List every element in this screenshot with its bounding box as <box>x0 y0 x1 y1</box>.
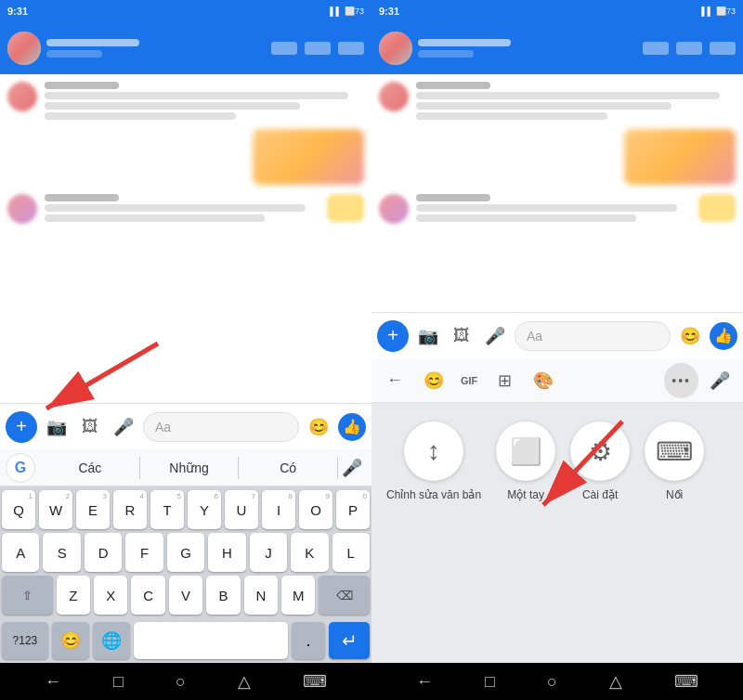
key-x[interactable]: X <box>94 576 127 615</box>
gboard-back-button[interactable]: ← <box>377 363 412 398</box>
camera-button[interactable]: 📷 <box>43 413 71 441</box>
key-r[interactable]: R4 <box>113 490 147 529</box>
camera-icon: 📷 <box>46 417 67 437</box>
camera-button-right[interactable]: 📷 <box>414 322 442 350</box>
key-k[interactable]: K <box>291 533 328 572</box>
nav-circle-right[interactable]: ○ <box>547 672 557 692</box>
emoji-button-right[interactable]: 😊 <box>676 322 704 350</box>
chat-bubble-r1 <box>416 82 736 120</box>
gboard-translate-button[interactable]: ⊞ <box>487 363 522 398</box>
image-button-right[interactable]: 🖼 <box>448 322 476 350</box>
connect-icon: ⌨ <box>645 421 704 481</box>
keyboard-row-2: A S D F G H J K L <box>2 533 370 572</box>
menu-item-connect[interactable]: ⌨ Nối <box>645 421 704 501</box>
chat-avatar-2 <box>7 194 37 224</box>
chat-image <box>253 129 364 185</box>
key-i[interactable]: I8 <box>262 490 295 529</box>
like-button-right[interactable]: 👍 <box>710 322 737 350</box>
mic-button-left[interactable]: 🎤 <box>110 413 137 441</box>
key-b[interactable]: B <box>206 576 240 615</box>
chat-avatar-r3 <box>379 194 409 224</box>
connect-label: Nối <box>666 488 683 501</box>
suggestion-word-1[interactable]: Các <box>41 457 140 479</box>
nav-triangle-right[interactable]: △ <box>609 671 622 692</box>
key-n[interactable]: N <box>244 576 278 615</box>
key-p[interactable]: P0 <box>336 490 370 529</box>
status-time: 9:31 <box>7 6 28 17</box>
suggestion-mic-icon[interactable]: 🎤 <box>338 454 366 482</box>
gboard-gif-button[interactable]: GIF <box>455 371 483 390</box>
edit-text-icon: ↕ <box>404 421 463 481</box>
header-text-right <box>418 39 637 58</box>
key-shift[interactable]: ⇧ <box>2 576 53 615</box>
menu-item-one-hand[interactable]: ⬜ Một tay <box>496 421 555 501</box>
key-globe[interactable]: 🌐 <box>93 622 130 659</box>
nav-back[interactable]: ← <box>45 672 61 692</box>
key-h[interactable]: H <box>208 533 245 572</box>
menu-item-edit-text[interactable]: ↕ Chỉnh sửa văn bản <box>386 421 481 501</box>
key-z[interactable]: Z <box>57 576 90 615</box>
menu-item-settings[interactable]: ⚙ Cài đặt <box>570 421 630 501</box>
emoji-button[interactable]: 😊 <box>305 413 332 441</box>
key-space[interactable] <box>134 622 288 659</box>
battery-icon-right: ⬜73 <box>716 6 736 16</box>
nav-keyboard-right[interactable]: ⌨ <box>674 671 698 692</box>
chat-bubble <box>45 82 364 120</box>
like-icon: 👍 <box>343 418 361 435</box>
suggestion-word-2[interactable]: Những <box>140 457 240 479</box>
gboard-menu-grid: ↕ Chỉnh sửa văn bản ⬜ Một tay ⚙ Cài đặt … <box>386 421 728 501</box>
message-input[interactable]: Aa <box>143 412 299 442</box>
key-u[interactable]: U7 <box>225 490 258 529</box>
nav-triangle[interactable]: △ <box>238 671 251 692</box>
chat-message-2 <box>7 194 364 224</box>
key-e[interactable]: E3 <box>76 490 110 529</box>
gboard-emoji-button[interactable]: 😊 <box>416 363 451 398</box>
plus-button[interactable]: + <box>6 411 37 443</box>
key-a[interactable]: A <box>2 533 39 572</box>
key-d[interactable]: D <box>85 533 122 572</box>
image-button[interactable]: 🖼 <box>76 413 104 441</box>
suggestion-word-3[interactable]: Có <box>239 457 338 479</box>
keyboard: Q1 W2 E3 R4 T5 Y6 U7 I8 O9 P0 A S D F G … <box>0 486 372 622</box>
nav-back-right[interactable]: ← <box>416 672 433 692</box>
chat-message <box>7 82 364 120</box>
key-emoji-bottom[interactable]: 😊 <box>52 622 89 659</box>
key-v[interactable]: V <box>169 576 202 615</box>
plus-button-right[interactable]: + <box>377 320 409 352</box>
status-bar-right: 9:31 ▌▌ ⬜73 <box>372 0 743 22</box>
key-o[interactable]: O9 <box>299 490 332 529</box>
key-w[interactable]: W2 <box>39 490 72 529</box>
key-f[interactable]: F <box>125 533 163 572</box>
key-y[interactable]: Y6 <box>188 490 221 529</box>
nav-keyboard[interactable]: ⌨ <box>303 671 327 692</box>
nav-square-right[interactable]: □ <box>485 672 495 692</box>
gboard-palette-button[interactable]: 🎨 <box>526 363 561 398</box>
key-backspace[interactable]: ⌫ <box>319 576 370 615</box>
battery-icon: ⬜73 <box>345 6 364 16</box>
nav-bar-right: ← □ ○ △ ⌨ <box>372 663 743 700</box>
chat-message-right <box>7 129 364 185</box>
key-s[interactable]: S <box>43 533 80 572</box>
chat-avatar <box>7 82 37 111</box>
like-button[interactable]: 👍 <box>338 413 366 441</box>
input-placeholder: Aa <box>155 420 171 434</box>
gboard-mic-button[interactable]: 🎤 <box>702 363 737 398</box>
key-t[interactable]: T5 <box>150 490 184 529</box>
key-l[interactable]: L <box>332 533 370 572</box>
key-123[interactable]: ?123 <box>2 622 48 659</box>
key-j[interactable]: J <box>250 533 287 572</box>
key-g[interactable]: G <box>167 533 204 572</box>
gboard-more-button[interactable]: ••• <box>664 363 698 398</box>
nav-circle[interactable]: ○ <box>176 672 186 692</box>
nav-square[interactable]: □ <box>113 672 124 692</box>
key-m[interactable]: M <box>281 576 315 615</box>
key-period[interactable]: . <box>292 622 325 659</box>
message-input-right[interactable]: Aa <box>515 321 671 351</box>
settings-icon: ⚙ <box>570 421 630 481</box>
signal-icon: ▌▌ <box>330 6 342 16</box>
chat-area <box>0 74 372 403</box>
key-q[interactable]: Q1 <box>2 490 35 529</box>
key-enter[interactable]: ↵ <box>329 622 370 659</box>
key-c[interactable]: C <box>131 576 164 615</box>
mic-button-right[interactable]: 🎤 <box>481 322 509 350</box>
